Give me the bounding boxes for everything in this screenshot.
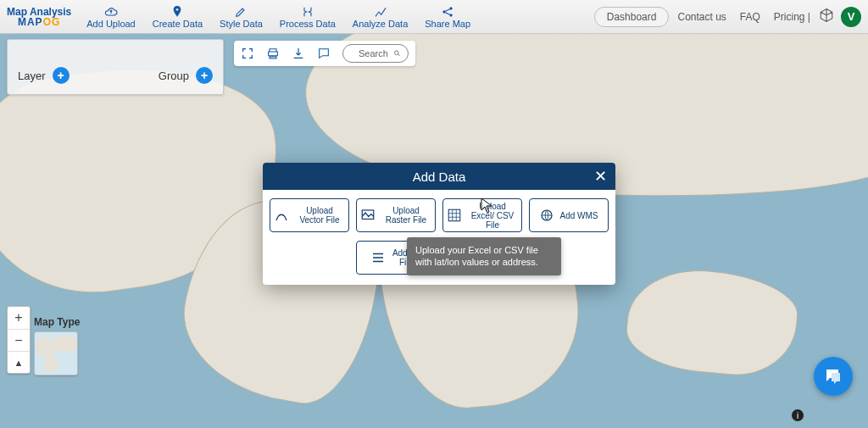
map-search[interactable]: Search [342,44,409,63]
add-group-button[interactable]: + [196,67,213,84]
top-toolbar: Map Analysis MAPOG Add Upload Create Dat… [0,0,868,34]
share-map-label: Share Map [425,19,470,29]
add-layer-button[interactable]: + [53,67,70,84]
process-icon [301,5,314,19]
map-type-thumbnail[interactable] [34,331,78,375]
contact-link[interactable]: Contact us [672,11,731,23]
add-data-modal: Add Data ✕ Upload Vector File Upload Ras… [263,163,615,285]
search-placeholder: Search [359,48,388,58]
dashboard-button[interactable]: Dashboard [594,7,670,27]
pin-icon [170,5,184,19]
share-icon [441,5,454,19]
layer-group: Layer + [18,67,70,84]
reset-north-button[interactable]: ▲ [8,351,30,373]
modal-title: Add Data [413,170,466,184]
style-data-button[interactable]: Style Data [213,1,270,33]
vector-icon [274,208,289,223]
map-tools-bar: Search [234,41,415,66]
analyze-data-button[interactable]: Analyze Data [346,1,415,33]
brand-bottom: MAPOG [18,17,60,27]
faq-link[interactable]: FAQ [735,11,765,23]
analyze-data-label: Analyze Data [353,19,408,29]
style-data-label: Style Data [220,19,263,29]
modal-header: Add Data ✕ [263,163,615,190]
zoom-controls: + − ▲ [7,306,31,374]
create-data-button[interactable]: Create Data [146,1,209,33]
chat-fab[interactable] [814,357,853,396]
spreadsheet-icon [447,208,462,223]
list-icon [370,250,386,265]
svg-point-1 [443,10,446,13]
svg-point-0 [176,8,179,10]
search-icon [393,47,401,59]
fullscreen-icon[interactable] [241,47,254,60]
comment-icon[interactable] [317,47,331,60]
process-data-label: Process Data [280,19,336,29]
modal-close-button[interactable]: ✕ [592,168,609,185]
svg-point-3 [450,14,453,16]
svg-point-2 [450,7,453,9]
upload-excel-option[interactable]: Upload Excel/ CSV File [442,198,522,232]
map-type-label: Map Type [34,316,80,328]
paint-icon [234,5,248,19]
upload-raster-label: Upload Raster File [381,206,431,225]
user-avatar[interactable]: V [841,7,861,27]
layer-label: Layer [18,69,46,82]
cube-icon[interactable] [819,8,834,26]
raster-icon [360,208,376,223]
zoom-in-button[interactable]: + [8,307,30,329]
brand-logo: Map Analysis MAPOG [7,7,71,27]
add-excel-label-2: Add Ex File [391,248,421,267]
modal-body: Upload Vector File Upload Raster File Up… [263,190,615,285]
share-map-button[interactable]: Share Map [418,1,477,33]
add-excel-option-2[interactable]: Add Ex File [356,241,436,275]
layer-panel: Layer + Group + [7,39,224,95]
print-icon[interactable] [266,47,280,60]
landmass [623,264,801,381]
process-data-button[interactable]: Process Data [273,1,342,33]
add-upload-label: Add Upload [86,19,136,29]
add-upload-button[interactable]: Add Upload [80,1,142,33]
download-icon[interactable] [292,47,305,60]
svg-rect-6 [448,209,460,221]
add-wms-option[interactable]: Add WMS [529,198,609,232]
chat-icon [823,366,843,386]
group-label: Group [159,69,189,82]
pricing-link[interactable]: Pricing | [769,11,815,23]
wms-icon [539,208,554,223]
upload-vector-option[interactable]: Upload Vector File [270,198,349,232]
upload-vector-label: Upload Vector File [294,206,345,225]
upload-raster-option[interactable]: Upload Raster File [356,198,436,232]
svg-point-4 [394,51,398,55]
zoom-out-button[interactable]: − [8,329,30,351]
add-wms-label: Add WMS [559,211,598,220]
info-button[interactable]: i [792,409,804,421]
group-group: Group + [159,67,213,84]
cloud-upload-icon [104,5,118,19]
analyze-icon [374,5,387,19]
create-data-label: Create Data [153,19,203,29]
upload-excel-label: Upload Excel/ CSV File [467,202,518,230]
